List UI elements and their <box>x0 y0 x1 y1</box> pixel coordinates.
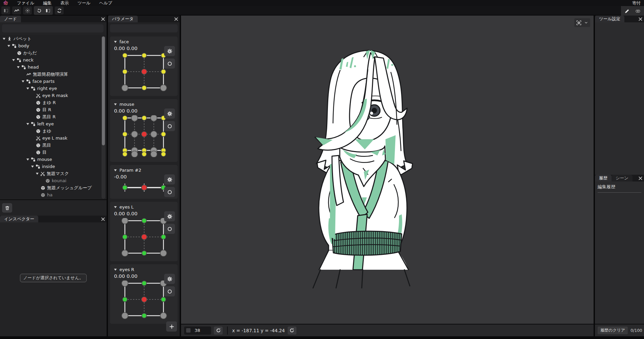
parameter-settings-button[interactable] <box>164 46 175 56</box>
tree-node-1[interactable]: body <box>0 42 107 49</box>
parameters-close-button[interactable] <box>172 16 180 22</box>
tree-node-18[interactable]: inside <box>0 163 107 170</box>
history-close-button[interactable] <box>637 175 644 181</box>
tool-settings-close-button[interactable] <box>637 16 644 22</box>
tab-nodes[interactable]: ノード <box>0 16 21 22</box>
tree-node-16[interactable]: 目 <box>0 149 107 156</box>
physics-button[interactable] <box>12 6 21 15</box>
menu-item-3[interactable]: ツール <box>77 0 90 6</box>
tree-node-21[interactable]: 無題メッシュグループ <box>0 184 107 191</box>
circle-icon <box>167 61 172 66</box>
parameter-keypoint-button[interactable] <box>164 58 175 69</box>
tree-node-14[interactable]: eye L mask <box>0 135 107 142</box>
caret-down-icon[interactable] <box>26 88 29 90</box>
tab-history[interactable]: 履歴 <box>595 175 612 181</box>
parameter-keypoint-button[interactable] <box>164 286 175 296</box>
parameter-header[interactable]: eyes L <box>110 203 178 211</box>
tree-node-19[interactable]: 無題マスク <box>0 170 107 177</box>
menu-item-1[interactable]: 編集 <box>43 0 51 6</box>
scrollbar-thumb[interactable] <box>102 37 105 145</box>
part-icon <box>36 115 41 119</box>
parameter-pad[interactable] <box>115 115 170 157</box>
tab-tool-settings[interactable]: ツール設定 <box>595 16 624 22</box>
tree-node-0[interactable]: パペット <box>0 35 107 42</box>
clear-history-button[interactable]: 履歴のクリア <box>598 326 628 334</box>
tree-node-label: eye L mask <box>42 136 67 141</box>
node-tree-scrollbar[interactable] <box>102 36 105 199</box>
tree-node-6[interactable]: face parts <box>0 78 107 85</box>
tree-node-22[interactable]: ha <box>0 191 107 198</box>
caret-down-icon[interactable] <box>31 166 34 168</box>
parameter-pad[interactable] <box>115 181 170 194</box>
zoom-level-input[interactable]: 38 <box>184 326 211 335</box>
parameter-header[interactable]: eyes R <box>110 266 178 273</box>
tab-parameters[interactable]: パラメータ <box>108 16 138 22</box>
mirror-view-button[interactable] <box>1 6 10 15</box>
pencil-icon <box>624 8 630 14</box>
history-counter: 0/100 <box>630 328 642 333</box>
tree-node-3[interactable]: neck <box>0 56 107 64</box>
tree-node-8[interactable]: eye R mask <box>0 92 107 99</box>
parameter-pad[interactable] <box>115 281 170 319</box>
tree-node-4[interactable]: head <box>0 64 107 71</box>
tree-node-10[interactable]: 目 R <box>0 106 107 113</box>
delete-node-button[interactable] <box>2 203 12 213</box>
inspector-body: ノードが選択されていません。 <box>0 222 107 336</box>
caret-down-icon[interactable] <box>26 159 29 161</box>
parameter-settings-button[interactable] <box>164 108 175 119</box>
gizmo-mode-button[interactable] <box>574 18 590 27</box>
parameter-settings-button[interactable] <box>164 274 175 284</box>
tree-node-11[interactable]: 黒目 R <box>0 113 107 120</box>
tree-node-label: 黒目 <box>42 142 51 148</box>
parameter-keypoint-button[interactable] <box>164 187 175 197</box>
menu-item-2[interactable]: 表示 <box>60 0 69 6</box>
tree-node-9[interactable]: まゆ R <box>0 99 107 106</box>
tree-node-20[interactable]: kounai <box>0 177 107 184</box>
sync-button[interactable] <box>55 6 64 15</box>
caret-down-icon[interactable] <box>7 45 10 47</box>
menu-item-4[interactable]: ヘルプ <box>99 0 112 6</box>
parameter-header[interactable]: mouse <box>110 101 178 108</box>
caret-down-icon[interactable] <box>3 38 5 40</box>
tree-node-15[interactable]: 黒目 <box>0 142 107 149</box>
parameter-header[interactable]: Param #2 <box>110 167 178 174</box>
tab-inspector[interactable]: インスペクター <box>0 216 38 222</box>
caret-down-icon[interactable] <box>36 173 39 175</box>
parameter-search-input[interactable] <box>110 24 178 32</box>
nodes-close-button[interactable] <box>99 16 107 22</box>
caret-down-icon[interactable] <box>17 66 20 68</box>
parameter-header[interactable]: face <box>110 38 178 45</box>
tree-node-7[interactable]: right eye <box>0 85 107 92</box>
zoom-reset-button[interactable] <box>214 326 223 335</box>
tree-node-5[interactable]: 無題簡易物理演算 <box>0 71 107 78</box>
tree-node-13[interactable]: まゆ <box>0 127 107 135</box>
menu-item-0[interactable]: ファイル <box>17 0 34 6</box>
parameter-pad[interactable] <box>115 218 170 257</box>
inspector-tabbar: インスペクター <box>0 216 107 222</box>
rotate-ccw-button[interactable] <box>35 6 43 15</box>
rings-button[interactable] <box>635 8 641 14</box>
tree-node-2[interactable]: からだ <box>0 49 107 56</box>
parameter-keypoint-button[interactable] <box>164 224 175 234</box>
caret-down-icon[interactable] <box>22 80 24 82</box>
tree-node-17[interactable]: mouse <box>0 156 107 163</box>
tab-scene[interactable]: シーン <box>612 175 632 181</box>
parameter-pad[interactable] <box>115 53 170 91</box>
menu-donate[interactable]: 寄付 <box>632 0 641 6</box>
parameter-keypoint-button[interactable] <box>164 121 175 131</box>
parameter-settings-button[interactable] <box>164 174 175 185</box>
caret-down-icon[interactable] <box>12 59 15 61</box>
node-search-input[interactable] <box>2 24 104 32</box>
sun-button[interactable] <box>23 6 32 15</box>
pencil-button[interactable] <box>624 8 630 14</box>
add-parameter-button[interactable] <box>166 321 177 332</box>
tree-node-12[interactable]: left eye <box>0 120 107 127</box>
viewport-canvas[interactable] <box>181 16 594 324</box>
mirror-edit-button[interactable] <box>43 6 52 15</box>
coords-reset-button[interactable] <box>288 326 296 335</box>
history-bottom-bar: 履歴のクリア 0/100 <box>595 324 644 336</box>
parameter-settings-button[interactable] <box>164 211 175 221</box>
caret-down-icon[interactable] <box>26 123 29 125</box>
inspector-close-button[interactable] <box>99 216 107 222</box>
node-icon <box>17 58 21 63</box>
